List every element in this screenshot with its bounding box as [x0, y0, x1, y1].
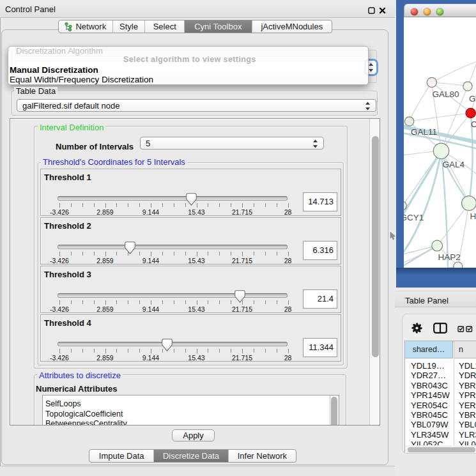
- svg-text:CY: CY: [471, 119, 476, 129]
- svg-text:HI: HI: [470, 211, 476, 221]
- svg-text:GAL11: GAL11: [411, 127, 437, 137]
- svg-text:GCY1: GCY1: [404, 213, 424, 222]
- svg-text:GA: GA: [469, 94, 476, 104]
- svg-text:HAP2: HAP2: [438, 252, 461, 262]
- svg-text:GAL80: GAL80: [433, 89, 459, 99]
- svg-text:GAL4: GAL4: [443, 160, 465, 169]
